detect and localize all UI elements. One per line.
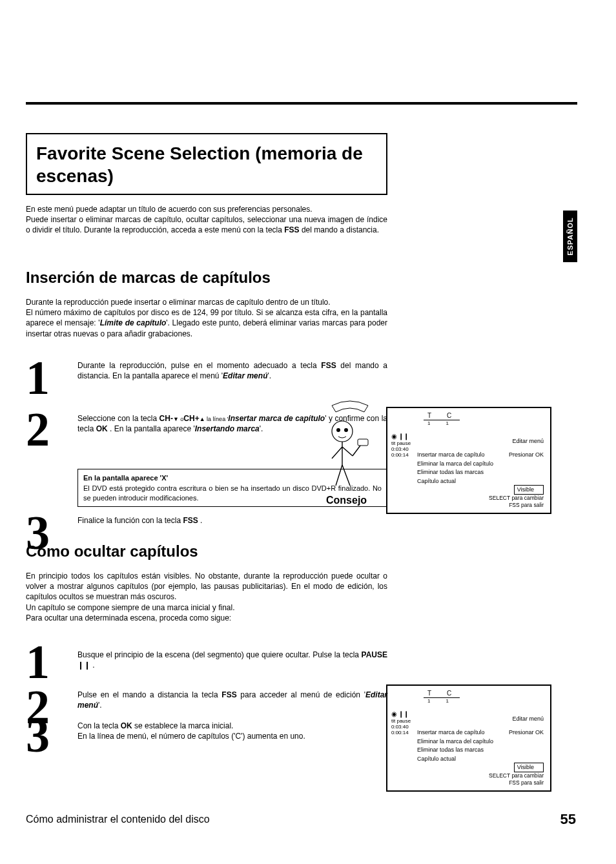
consejo-label: Consejo [326,495,367,506]
svg-point-2 [344,428,348,432]
intro-line1: En este menú puede adaptar un título de … [26,205,313,214]
osd-tc-header: TC 11 [420,690,544,704]
step-3a-text: Finalice la función con la tecla FSS . [77,515,387,526]
svg-point-0 [332,421,353,442]
step-3b-text: Con la tecla OK se establece la marca in… [77,721,387,741]
heading-insert-chapter-marks: Inserción de marcas de capítulos [26,269,271,287]
step-number-3b: 3 [26,717,50,755]
pause-icon: ❙❙ [77,661,92,670]
heading-hide-chapters: Cómo ocultar capítulos [26,542,198,561]
osd-left-info: ◉ ❙❙ tit pause 0:03:40 0:00:14 [391,433,411,458]
osd-menu-title: Editar menú [512,715,544,722]
osd-screenshot-1: TC 11 ◉ ❙❙ tit pause 0:03:40 0:00:14 Edi… [386,407,551,514]
language-tab: ESPAÑOL [563,211,577,262]
osd-menu-items: Insertar marca de capítulo Eliminar la m… [417,451,493,486]
osd-bottom-note: SELECT para cambiar FSS para salir [489,772,544,787]
step-number-2a: 2 [26,411,50,449]
step-1b-text: Busque el principio de la escena (del se… [77,650,387,670]
cartoon-illustration [325,400,375,491]
osd-screenshot-2: TC 11 ◉ ❙❙ tit pause 0:03:40 0:00:14 Edi… [386,684,551,792]
osd-tc-header: TC 11 [420,412,544,426]
intro-paragraph: En este menú puede adaptar un título de … [26,204,387,236]
svg-point-1 [336,428,340,432]
language-tab-label: ESPAÑOL [566,217,574,255]
page-number: 55 [560,811,576,828]
footer-section-title: Cómo administrar el contenido del disco [26,814,210,825]
para2-text: Durante la reproducción puede insertar o… [26,298,387,338]
osd-right-col: Presionar OK Visible [509,451,544,495]
step-1a-text: Durante la reproducción, pulse en el mom… [77,360,387,381]
intro-line2b: del mando a distancia. [300,225,379,234]
osd-left-info: ◉ ❙❙ tit pause 0:03:40 0:00:14 [391,710,411,735]
chevron-down-icon: ▼ o [173,415,183,423]
osd-menu-title: Editar menú [512,438,544,444]
osd-menu-items: Insertar marca de capítulo Eliminar la m… [417,728,493,763]
svg-rect-3 [358,439,368,446]
pause-icon: ❙❙ [398,433,409,440]
osd-visible-box: Visible [514,763,544,773]
osd-visible-box: Visible [514,485,544,495]
hide-chapters-paragraph: En principio todos los capítulos están v… [26,571,387,623]
step-number-1b: 1 [26,643,50,681]
top-rule [26,102,577,105]
osd-bottom-note: SELECT para cambiar FSS para salir [489,495,544,509]
pause-icon: ❙❙ [398,710,409,717]
section-title: Favorite Scene Selection (memoria de esc… [36,142,377,187]
insert-marks-paragraph: Durante la reproducción puede insertar o… [26,297,387,339]
step-2b-text: Pulse en el mando a distancia la tecla F… [77,690,387,710]
section-title-box: Favorite Scene Selection (memoria de esc… [26,133,387,195]
chevron-up-icon: ▲ la línea ' [200,415,229,423]
step-number-1a: 1 [26,359,50,397]
intro-fss: FSS [284,225,299,234]
osd-right-col: Presionar OK Visible [509,728,544,772]
